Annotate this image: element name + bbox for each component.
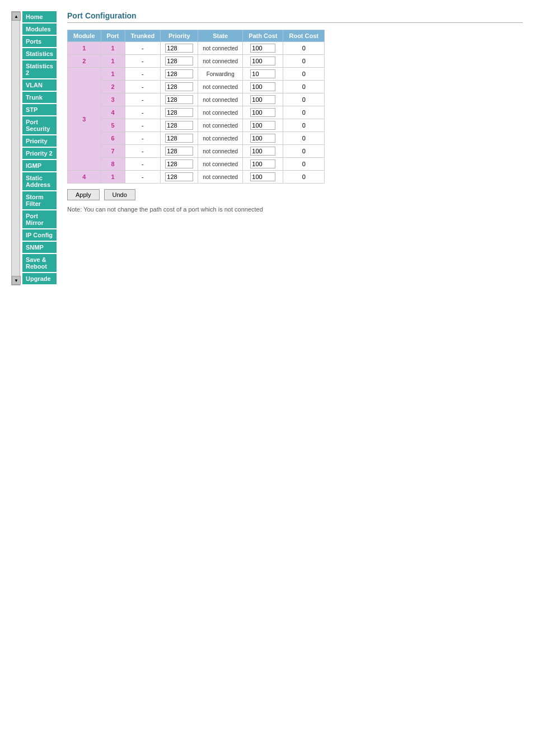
table-cell-port: 4 (101, 106, 125, 119)
table-cell-state: Forwarding (198, 68, 243, 81)
table-cell-root-cost: 0 (283, 132, 325, 145)
sidebar-item-save-reboot[interactable]: Save & Reboot (22, 254, 57, 272)
priority-input[interactable] (165, 172, 193, 181)
table-cell-trunked: - (125, 81, 161, 93)
table-cell-port: 6 (101, 132, 125, 145)
table-cell-priority[interactable] (161, 171, 198, 184)
sidebar-scrollbar[interactable]: ▲ ▼ (11, 11, 20, 285)
table-cell-path-cost[interactable] (243, 68, 283, 81)
col-state: State (198, 30, 243, 42)
sidebar-item-static-address[interactable]: Static Address (22, 172, 57, 190)
table-cell-root-cost: 0 (283, 145, 325, 158)
priority-input[interactable] (165, 44, 193, 53)
table-cell-priority[interactable] (161, 132, 198, 145)
sidebar-item-ports[interactable]: Ports (22, 36, 57, 47)
table-cell-root-cost: 0 (283, 81, 325, 93)
table-cell-state: not connected (198, 93, 243, 106)
sidebar-item-storm-filter[interactable]: Storm Filter (22, 191, 57, 209)
table-cell-path-cost[interactable] (243, 42, 283, 55)
table-cell-path-cost[interactable] (243, 171, 283, 184)
note-text: Note: You can not change the path cost o… (67, 206, 523, 213)
path-cost-input[interactable] (250, 121, 275, 130)
table-cell-port: 5 (101, 119, 125, 132)
sidebar-item-upgrade[interactable]: Upgrade (22, 273, 57, 284)
scroll-down-arrow[interactable]: ▼ (12, 276, 21, 285)
table-cell-priority[interactable] (161, 93, 198, 106)
table-cell-path-cost[interactable] (243, 55, 283, 68)
table-cell-priority[interactable] (161, 106, 198, 119)
table-cell-path-cost[interactable] (243, 145, 283, 158)
scroll-up-arrow[interactable]: ▲ (12, 12, 21, 21)
sidebar-item-igmp[interactable]: IGMP (22, 160, 57, 171)
sidebar: ▲ ▼ Home Modules Ports Statistics Statis… (11, 11, 56, 285)
table-cell-priority[interactable] (161, 158, 198, 171)
priority-input[interactable] (165, 57, 193, 65)
table-cell-module: 3 (68, 68, 101, 171)
table-cell-trunked: - (125, 55, 161, 68)
path-cost-input[interactable] (250, 159, 275, 168)
sidebar-item-port-security[interactable]: Port Security (22, 116, 57, 134)
priority-input[interactable] (165, 121, 193, 130)
priority-input[interactable] (165, 69, 193, 78)
sidebar-item-ip-config[interactable]: IP Config (22, 229, 57, 241)
priority-input[interactable] (165, 159, 193, 168)
path-cost-input[interactable] (250, 44, 275, 53)
table-cell-port: 1 (101, 55, 125, 68)
table-cell-path-cost[interactable] (243, 106, 283, 119)
table-cell-state: not connected (198, 132, 243, 145)
table-cell-priority[interactable] (161, 68, 198, 81)
path-cost-input[interactable] (250, 147, 275, 156)
undo-button[interactable]: Undo (104, 189, 135, 200)
table-cell-state: not connected (198, 106, 243, 119)
sidebar-item-snmp[interactable]: SNMP (22, 242, 57, 253)
table-cell-priority[interactable] (161, 81, 198, 93)
path-cost-input[interactable] (250, 69, 275, 78)
path-cost-input[interactable] (250, 172, 275, 181)
table-cell-module: 1 (68, 42, 101, 55)
table-cell-path-cost[interactable] (243, 119, 283, 132)
col-trunked: Trunked (125, 30, 161, 42)
table-cell-path-cost[interactable] (243, 132, 283, 145)
priority-input[interactable] (165, 82, 193, 91)
sidebar-item-stp[interactable]: STP (22, 104, 57, 115)
apply-button[interactable]: Apply (67, 189, 100, 200)
col-port: Port (101, 30, 125, 42)
table-cell-state: not connected (198, 119, 243, 132)
table-cell-trunked: - (125, 93, 161, 106)
path-cost-input[interactable] (250, 134, 275, 143)
table-cell-path-cost[interactable] (243, 81, 283, 93)
table-cell-path-cost[interactable] (243, 158, 283, 171)
priority-input[interactable] (165, 108, 193, 117)
sidebar-item-priority[interactable]: Priority (22, 135, 57, 147)
sidebar-nav: Home Modules Ports Statistics Statistics… (22, 11, 57, 285)
table-cell-priority[interactable] (161, 119, 198, 132)
path-cost-input[interactable] (250, 57, 275, 65)
sidebar-item-home[interactable]: Home (22, 11, 57, 22)
table-cell-state: not connected (198, 171, 243, 184)
path-cost-input[interactable] (250, 95, 275, 104)
path-cost-input[interactable] (250, 108, 275, 117)
path-cost-input[interactable] (250, 82, 275, 91)
table-cell-priority[interactable] (161, 145, 198, 158)
table-cell-priority[interactable] (161, 42, 198, 55)
table-cell-trunked: - (125, 132, 161, 145)
sidebar-item-vlan[interactable]: VLAN (22, 79, 57, 91)
sidebar-item-modules[interactable]: Modules (22, 24, 57, 35)
col-root-cost: Root Cost (283, 30, 325, 42)
table-cell-root-cost: 0 (283, 171, 325, 184)
priority-input[interactable] (165, 134, 193, 143)
table-cell-priority[interactable] (161, 55, 198, 68)
table-cell-path-cost[interactable] (243, 93, 283, 106)
table-cell-trunked: - (125, 145, 161, 158)
sidebar-item-port-mirror[interactable]: Port Mirror (22, 210, 57, 228)
priority-input[interactable] (165, 147, 193, 156)
sidebar-item-statistics2[interactable]: Statistics 2 (22, 60, 57, 78)
sidebar-item-trunk[interactable]: Trunk (22, 92, 57, 103)
priority-input[interactable] (165, 95, 193, 104)
table-cell-root-cost: 0 (283, 68, 325, 81)
table-cell-root-cost: 0 (283, 119, 325, 132)
table-cell-root-cost: 0 (283, 55, 325, 68)
sidebar-item-priority2[interactable]: Priority 2 (22, 148, 57, 159)
col-path-cost: Path Cost (243, 30, 283, 42)
sidebar-item-statistics[interactable]: Statistics (22, 48, 57, 59)
